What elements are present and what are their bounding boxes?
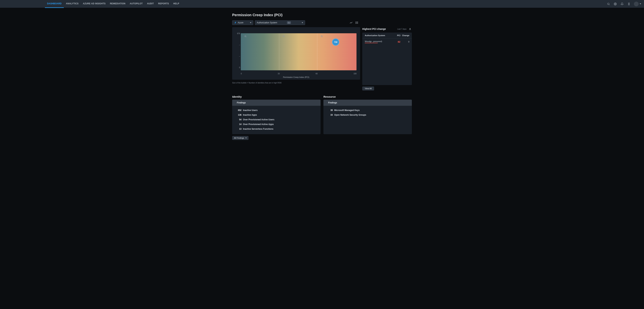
- gear-icon[interactable]: [614, 2, 617, 6]
- page-title: Permission Creep Index (PCI): [232, 13, 412, 17]
- auth-system-select[interactable]: Authorization System 1: [255, 20, 305, 25]
- y-tick: –: [239, 44, 240, 46]
- bell-icon[interactable]: [620, 2, 624, 6]
- x-tick: 66: [316, 73, 318, 75]
- resource-section: Resource Findings 39Microsoft Managed Ke…: [324, 95, 412, 134]
- table-row[interactable]: Woodgr...ponsored) 82 0: [362, 39, 412, 45]
- user-menu[interactable]: [634, 2, 641, 6]
- chevron-down-icon: [245, 138, 247, 139]
- finding-item[interactable]: 13Inactive Serverless Functions: [237, 127, 316, 131]
- tab-help[interactable]: HELP: [171, 0, 181, 8]
- view-all-button[interactable]: View All: [362, 87, 374, 91]
- chart-footnote: Size of the bubble = Number of identitie…: [232, 82, 360, 84]
- top-nav: DASHBOARD ANALYTICS AZURE AD INSIGHTS RE…: [0, 0, 644, 8]
- identity-title: Identity: [232, 95, 320, 98]
- side-panel: Highest PCI change Last 7 days Authoriza…: [362, 27, 412, 91]
- x-axis-label: Permission Creep Index (PCI): [232, 76, 360, 78]
- list-view-icon[interactable]: [355, 21, 359, 25]
- y-tick: –: [239, 55, 240, 57]
- cell-system: Woodgr...ponsored): [365, 40, 393, 43]
- x-tick: 0: [241, 73, 242, 75]
- svg-line-20: [322, 37, 323, 38]
- resource-findings-card: Findings 39Microsoft Managed Keys 33Open…: [324, 100, 412, 134]
- chevron-down-icon: [250, 22, 252, 23]
- filters-row: Azure Authorization System 1: [232, 20, 412, 25]
- finding-item[interactable]: 33Open Network Security Groups: [328, 113, 407, 117]
- all-findings-button[interactable]: All Findings: [232, 136, 248, 140]
- identity-section: Identity Findings 652Inactive Users 136I…: [232, 95, 320, 134]
- resource-findings-header: Findings: [324, 100, 412, 106]
- identity-findings-header: Findings: [232, 100, 320, 106]
- pci-change-table: Authorization System PCI Change Woodgr..…: [362, 33, 412, 85]
- bubble-label: 730: [334, 41, 337, 43]
- cell-change: 0: [400, 41, 409, 43]
- finding-item[interactable]: 39Microsoft Managed Keys: [328, 108, 407, 113]
- y-tick: 876: [237, 33, 240, 35]
- tab-remediation[interactable]: REMEDIATION: [108, 0, 128, 8]
- date-range-label: Last 7 days: [397, 28, 406, 30]
- svg-point-6: [356, 22, 356, 22]
- resource-title: Resource: [324, 95, 412, 98]
- identity-findings-list: 652Inactive Users 136Inactive Apps 54Ove…: [232, 106, 320, 133]
- x-tick: 33: [278, 73, 280, 75]
- page-content: Permission Creep Index (PCI) Azure Autho…: [232, 8, 412, 147]
- chart-bubble[interactable]: 730: [332, 39, 339, 46]
- x-tick: 100: [354, 73, 356, 75]
- tab-dashboard[interactable]: DASHBOARD: [45, 0, 64, 8]
- chevron-down-icon: [302, 22, 303, 23]
- col-header-pci: PCI: [393, 34, 400, 37]
- pci-bar: [365, 43, 378, 43]
- finding-item[interactable]: 14Over Provisioned Active Apps: [237, 122, 316, 127]
- y-ticks: 876 – – 0: [237, 33, 240, 69]
- cell-pci: 82: [393, 41, 400, 43]
- tab-azure-ad-insights[interactable]: AZURE AD INSIGHTS: [81, 0, 108, 8]
- pci-chart: # of Identities contributing to PCI 876 …: [232, 27, 360, 80]
- nav-tabs: DASHBOARD ANALYTICS AZURE AD INSIGHTS RE…: [45, 0, 181, 8]
- avatar: [634, 2, 638, 6]
- x-ticks: 0 33 66 100: [241, 73, 356, 75]
- svg-line-12: [246, 37, 246, 38]
- svg-point-8: [356, 23, 356, 24]
- findings-row: Identity Findings 652Inactive Users 136I…: [232, 95, 412, 134]
- auth-count-badge: 1: [287, 22, 291, 24]
- plot-area[interactable]: 730: [241, 33, 356, 70]
- chart-view-icon[interactable]: [349, 21, 353, 25]
- tab-audit[interactable]: AUDIT: [145, 0, 156, 8]
- tab-autopilot[interactable]: AUTOPILOT: [128, 0, 145, 8]
- zoom-icon[interactable]: [320, 35, 323, 38]
- cloud-select-label: Azure: [238, 22, 243, 24]
- table-header: Authorization System PCI Change: [362, 33, 412, 39]
- svg-point-0: [608, 3, 609, 5]
- download-icon[interactable]: [408, 27, 412, 31]
- svg-point-2: [615, 4, 616, 4]
- tab-analytics[interactable]: ANALYTICS: [64, 0, 81, 8]
- zoom-icon[interactable]: [244, 35, 247, 38]
- identity-findings-card: Findings 652Inactive Users 136Inactive A…: [232, 100, 320, 134]
- chevron-down-icon: [640, 4, 641, 4]
- cloud-select[interactable]: Azure: [232, 20, 253, 25]
- search-icon[interactable]: [606, 2, 610, 6]
- svg-point-7: [356, 23, 356, 23]
- view-toggles: [349, 21, 359, 25]
- hourglass-icon[interactable]: [627, 2, 631, 6]
- col-header-system: Authorization System: [365, 34, 393, 37]
- finding-item[interactable]: 54Over Provisioned Active Users: [237, 117, 316, 122]
- nav-right: [606, 2, 641, 6]
- azure-icon: [234, 22, 237, 24]
- svg-line-1: [609, 5, 610, 5]
- main-row: # of Identities contributing to PCI 876 …: [232, 27, 412, 91]
- auth-select-label: Authorization System: [257, 22, 277, 24]
- finding-item[interactable]: 652Inactive Users: [237, 108, 316, 113]
- y-tick: 0: [239, 67, 240, 69]
- svg-line-16: [284, 37, 285, 38]
- tab-reports[interactable]: REPORTS: [156, 0, 171, 8]
- finding-item[interactable]: 136Inactive Apps: [237, 113, 316, 117]
- col-header-change: Change: [400, 34, 409, 37]
- resource-findings-list: 39Microsoft Managed Keys 33Open Network …: [324, 106, 412, 119]
- side-title: Highest PCI change: [362, 28, 386, 30]
- zoom-icon[interactable]: [282, 35, 285, 38]
